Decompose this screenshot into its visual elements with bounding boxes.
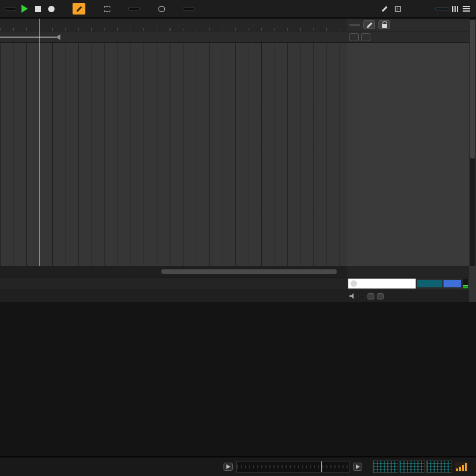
- play-icon: [226, 464, 230, 469]
- header-scroll-spacer: [347, 266, 469, 277]
- midi-map-button[interactable]: [419, 3, 430, 15]
- zoom-width-button[interactable]: [377, 293, 384, 300]
- fade-in-button[interactable]: [143, 3, 153, 15]
- clip-play-button[interactable]: [353, 463, 362, 471]
- device-thumbnail[interactable]: [426, 460, 452, 473]
- back-to-arrangement-button[interactable]: [88, 3, 99, 15]
- loop-length-display[interactable]: [183, 7, 194, 10]
- arrangement-view: [0, 19, 476, 302]
- set-button[interactable]: [349, 24, 360, 26]
- stop-icon: [35, 6, 41, 12]
- main-pan-value[interactable]: [443, 280, 461, 287]
- clip-lanes[interactable]: [0, 43, 347, 266]
- zoom-controls-row: [347, 290, 469, 302]
- bar-ruler[interactable]: [0, 19, 347, 31]
- marker-strip[interactable]: [0, 31, 347, 43]
- preview-play-button[interactable]: [223, 463, 233, 471]
- track-header-panel: [347, 19, 476, 302]
- playback-speed-box[interactable]: [358, 295, 365, 297]
- main-volume-value[interactable]: [417, 280, 442, 287]
- play-circle-icon: [351, 280, 357, 287]
- key-map-button[interactable]: [406, 3, 416, 15]
- arrangement-position-display[interactable]: [5, 7, 16, 10]
- pencil-button[interactable]: [379, 3, 390, 15]
- lock-icon: [382, 24, 387, 28]
- transport-bar: [0, 0, 476, 19]
- play-icon: [21, 5, 28, 13]
- loop-marker[interactable]: [0, 37, 56, 38]
- level-meter-icon[interactable]: [455, 462, 468, 472]
- punch-button[interactable]: [156, 3, 167, 15]
- page-indicator-row: [0, 277, 347, 290]
- arrangement-tools-row: [347, 19, 469, 31]
- device-thumbnails[interactable]: [373, 460, 452, 473]
- ableton-live-window: [0, 0, 476, 476]
- cpu-meter[interactable]: [435, 7, 449, 10]
- device-thumbnail[interactable]: [399, 460, 425, 473]
- speaker-icon: [349, 293, 356, 299]
- lock-button[interactable]: [378, 20, 390, 29]
- stop-button[interactable]: [33, 3, 43, 15]
- grid-icon: [395, 6, 401, 12]
- zoom-height-button[interactable]: [367, 293, 374, 300]
- play-icon: [356, 464, 360, 469]
- vertical-scrollbar[interactable]: [470, 19, 475, 266]
- pencil-icon: [366, 21, 373, 28]
- hamburger-icon: [463, 6, 470, 12]
- main-track-name-box[interactable]: [348, 279, 416, 289]
- grid-button[interactable]: [392, 3, 403, 15]
- menu-button[interactable]: [461, 3, 471, 15]
- play-button[interactable]: [19, 3, 30, 15]
- main-meter: [463, 279, 468, 289]
- selection-box-icon: [104, 6, 110, 12]
- io-activity-icon: [452, 6, 458, 12]
- nav-buttons-row: [347, 31, 469, 43]
- vertical-scroll-handle[interactable]: [470, 20, 475, 158]
- horizontal-scroll-area[interactable]: [0, 266, 347, 277]
- punch-icon: [158, 6, 165, 12]
- playhead[interactable]: [39, 19, 39, 266]
- pencil-icon: [75, 5, 82, 12]
- main-track-header[interactable]: [347, 277, 469, 290]
- time-ruler[interactable]: [0, 290, 347, 302]
- fade-out-button[interactable]: [170, 3, 180, 15]
- add-button[interactable]: [349, 33, 359, 41]
- add-locator-button[interactable]: [59, 3, 70, 15]
- track-headers: [347, 43, 469, 266]
- arrangement-timeline-area: [0, 19, 347, 302]
- pencil-icon: [381, 5, 388, 12]
- selection-tool-button[interactable]: [102, 3, 112, 15]
- record-icon: [48, 6, 55, 12]
- mixer-strips: [0, 302, 476, 456]
- arrangement-overview[interactable]: [236, 461, 349, 473]
- record-button[interactable]: [46, 3, 56, 15]
- horizontal-scroll-handle[interactable]: [161, 269, 337, 274]
- loop-start-display[interactable]: [128, 7, 140, 10]
- device-thumbnail[interactable]: [373, 460, 398, 473]
- status-bar: [0, 456, 476, 476]
- pencil-button[interactable]: [363, 20, 375, 29]
- overview-playhead: [321, 461, 322, 472]
- loop-toggle-button[interactable]: [115, 3, 125, 15]
- draw-mode-button[interactable]: [73, 3, 85, 15]
- forward-button[interactable]: [361, 33, 370, 41]
